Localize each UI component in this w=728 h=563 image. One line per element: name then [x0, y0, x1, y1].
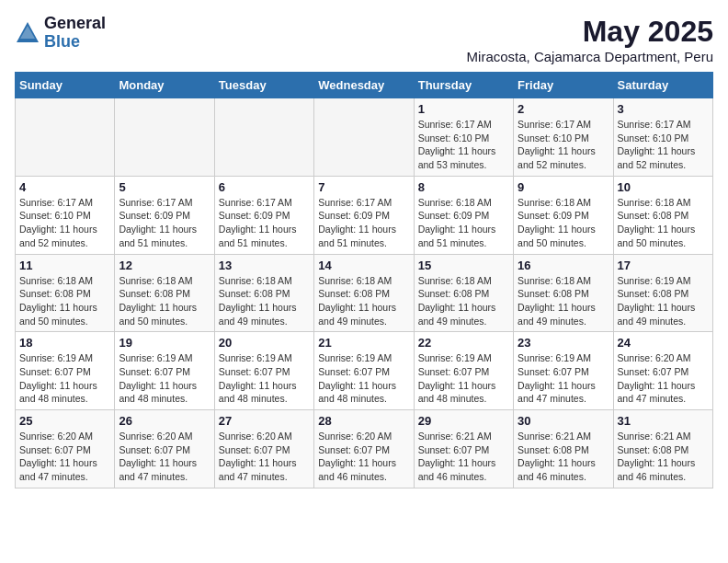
calendar-cell: 19Sunrise: 6:19 AM Sunset: 6:07 PM Dayli…	[115, 332, 214, 410]
day-info: Sunrise: 6:19 AM Sunset: 6:07 PM Dayligh…	[119, 351, 210, 406]
day-info: Sunrise: 6:20 AM Sunset: 6:07 PM Dayligh…	[19, 430, 110, 484]
calendar-cell	[16, 98, 115, 177]
logo-text: General Blue	[44, 15, 106, 52]
header: General Blue May 2025 Miracosta, Cajamar…	[15, 15, 713, 64]
calendar-cell: 26Sunrise: 6:20 AM Sunset: 6:07 PM Dayli…	[115, 410, 214, 488]
weekday-row: SundayMondayTuesdayWednesdayThursdayFrid…	[16, 73, 713, 98]
day-info: Sunrise: 6:17 AM Sunset: 6:10 PM Dayligh…	[618, 118, 709, 172]
calendar-cell: 1Sunrise: 6:17 AM Sunset: 6:10 PM Daylig…	[414, 98, 513, 177]
day-number: 28	[318, 414, 409, 428]
calendar-cell	[214, 98, 313, 177]
day-info: Sunrise: 6:17 AM Sunset: 6:09 PM Dayligh…	[318, 196, 409, 250]
day-info: Sunrise: 6:19 AM Sunset: 6:08 PM Dayligh…	[618, 274, 709, 328]
weekday-header: Wednesday	[314, 73, 414, 98]
logo-general: General	[44, 15, 106, 33]
day-number: 5	[119, 180, 210, 194]
calendar-week-row: 25Sunrise: 6:20 AM Sunset: 6:07 PM Dayli…	[16, 410, 713, 488]
calendar-cell: 4Sunrise: 6:17 AM Sunset: 6:10 PM Daylig…	[16, 176, 115, 254]
day-number: 13	[219, 259, 310, 272]
day-info: Sunrise: 6:21 AM Sunset: 6:07 PM Dayligh…	[418, 430, 509, 484]
calendar-cell: 5Sunrise: 6:17 AM Sunset: 6:09 PM Daylig…	[115, 176, 214, 254]
day-info: Sunrise: 6:18 AM Sunset: 6:08 PM Dayligh…	[318, 274, 409, 328]
day-number: 30	[518, 414, 609, 428]
logo: General Blue	[15, 15, 106, 52]
calendar-cell: 3Sunrise: 6:17 AM Sunset: 6:10 PM Daylig…	[613, 98, 712, 177]
calendar-week-row: 4Sunrise: 6:17 AM Sunset: 6:10 PM Daylig…	[16, 176, 713, 254]
day-number: 19	[119, 336, 210, 350]
day-number: 12	[119, 259, 210, 272]
calendar-week-row: 1Sunrise: 6:17 AM Sunset: 6:10 PM Daylig…	[16, 98, 713, 177]
calendar-cell: 22Sunrise: 6:19 AM Sunset: 6:07 PM Dayli…	[414, 332, 513, 410]
calendar-cell: 16Sunrise: 6:18 AM Sunset: 6:08 PM Dayli…	[514, 254, 613, 332]
day-number: 21	[318, 336, 409, 350]
calendar-cell: 11Sunrise: 6:18 AM Sunset: 6:08 PM Dayli…	[16, 254, 115, 332]
calendar-cell: 28Sunrise: 6:20 AM Sunset: 6:07 PM Dayli…	[314, 410, 414, 488]
day-info: Sunrise: 6:18 AM Sunset: 6:08 PM Dayligh…	[618, 196, 709, 250]
calendar-cell: 31Sunrise: 6:21 AM Sunset: 6:08 PM Dayli…	[613, 410, 712, 488]
calendar-cell: 6Sunrise: 6:17 AM Sunset: 6:09 PM Daylig…	[214, 176, 313, 254]
day-info: Sunrise: 6:20 AM Sunset: 6:07 PM Dayligh…	[618, 351, 709, 406]
day-info: Sunrise: 6:19 AM Sunset: 6:07 PM Dayligh…	[318, 351, 409, 406]
calendar-week-row: 18Sunrise: 6:19 AM Sunset: 6:07 PM Dayli…	[16, 332, 713, 410]
calendar-body: 1Sunrise: 6:17 AM Sunset: 6:10 PM Daylig…	[16, 98, 713, 488]
day-number: 20	[219, 336, 310, 350]
day-number: 22	[418, 336, 509, 350]
day-number: 2	[518, 102, 609, 116]
day-info: Sunrise: 6:18 AM Sunset: 6:08 PM Dayligh…	[219, 274, 310, 328]
calendar-cell: 18Sunrise: 6:19 AM Sunset: 6:07 PM Dayli…	[16, 332, 115, 410]
day-info: Sunrise: 6:18 AM Sunset: 6:08 PM Dayligh…	[518, 274, 609, 328]
day-number: 1	[418, 102, 509, 116]
calendar-cell: 9Sunrise: 6:18 AM Sunset: 6:09 PM Daylig…	[514, 176, 613, 254]
day-info: Sunrise: 6:18 AM Sunset: 6:09 PM Dayligh…	[518, 196, 609, 250]
calendar-cell: 2Sunrise: 6:17 AM Sunset: 6:10 PM Daylig…	[514, 98, 613, 177]
day-info: Sunrise: 6:19 AM Sunset: 6:07 PM Dayligh…	[518, 351, 609, 406]
day-number: 15	[418, 259, 509, 272]
day-number: 31	[618, 414, 709, 428]
day-number: 17	[618, 259, 709, 272]
day-number: 9	[518, 180, 609, 194]
calendar-week-row: 11Sunrise: 6:18 AM Sunset: 6:08 PM Dayli…	[16, 254, 713, 332]
calendar-cell: 15Sunrise: 6:18 AM Sunset: 6:08 PM Dayli…	[414, 254, 513, 332]
calendar-cell: 8Sunrise: 6:18 AM Sunset: 6:09 PM Daylig…	[414, 176, 513, 254]
day-info: Sunrise: 6:19 AM Sunset: 6:07 PM Dayligh…	[219, 351, 310, 406]
day-number: 11	[19, 259, 110, 272]
day-number: 6	[219, 180, 310, 194]
day-info: Sunrise: 6:21 AM Sunset: 6:08 PM Dayligh…	[618, 430, 709, 484]
day-info: Sunrise: 6:17 AM Sunset: 6:10 PM Dayligh…	[418, 118, 509, 172]
calendar-cell	[115, 98, 214, 177]
day-info: Sunrise: 6:19 AM Sunset: 6:07 PM Dayligh…	[418, 351, 509, 406]
day-number: 7	[318, 180, 409, 194]
title-area: May 2025 Miracosta, Cajamarca Department…	[467, 15, 713, 64]
day-number: 23	[518, 336, 609, 350]
weekday-header: Thursday	[414, 73, 513, 98]
calendar-cell: 30Sunrise: 6:21 AM Sunset: 6:08 PM Dayli…	[514, 410, 613, 488]
weekday-header: Tuesday	[214, 73, 313, 98]
day-number: 29	[418, 414, 509, 428]
day-info: Sunrise: 6:18 AM Sunset: 6:08 PM Dayligh…	[19, 274, 110, 328]
calendar-cell: 12Sunrise: 6:18 AM Sunset: 6:08 PM Dayli…	[115, 254, 214, 332]
day-number: 18	[19, 336, 110, 350]
weekday-header: Friday	[514, 73, 613, 98]
day-number: 27	[219, 414, 310, 428]
calendar-cell: 24Sunrise: 6:20 AM Sunset: 6:07 PM Dayli…	[613, 332, 712, 410]
calendar-cell: 20Sunrise: 6:19 AM Sunset: 6:07 PM Dayli…	[214, 332, 313, 410]
day-number: 25	[19, 414, 110, 428]
day-info: Sunrise: 6:17 AM Sunset: 6:10 PM Dayligh…	[19, 196, 110, 250]
day-number: 3	[618, 102, 709, 116]
calendar-cell: 21Sunrise: 6:19 AM Sunset: 6:07 PM Dayli…	[314, 332, 414, 410]
day-info: Sunrise: 6:18 AM Sunset: 6:08 PM Dayligh…	[418, 274, 509, 328]
calendar-cell: 17Sunrise: 6:19 AM Sunset: 6:08 PM Dayli…	[613, 254, 712, 332]
calendar-cell	[314, 98, 414, 177]
day-info: Sunrise: 6:18 AM Sunset: 6:09 PM Dayligh…	[418, 196, 509, 250]
day-info: Sunrise: 6:20 AM Sunset: 6:07 PM Dayligh…	[219, 430, 310, 484]
calendar-cell: 25Sunrise: 6:20 AM Sunset: 6:07 PM Dayli…	[16, 410, 115, 488]
day-info: Sunrise: 6:18 AM Sunset: 6:08 PM Dayligh…	[119, 274, 210, 328]
day-info: Sunrise: 6:17 AM Sunset: 6:09 PM Dayligh…	[219, 196, 310, 250]
day-number: 26	[119, 414, 210, 428]
calendar-header: SundayMondayTuesdayWednesdayThursdayFrid…	[16, 73, 713, 98]
day-info: Sunrise: 6:17 AM Sunset: 6:09 PM Dayligh…	[119, 196, 210, 250]
weekday-header: Sunday	[16, 73, 115, 98]
calendar: SundayMondayTuesdayWednesdayThursdayFrid…	[15, 72, 713, 488]
calendar-cell: 27Sunrise: 6:20 AM Sunset: 6:07 PM Dayli…	[214, 410, 313, 488]
day-number: 24	[618, 336, 709, 350]
